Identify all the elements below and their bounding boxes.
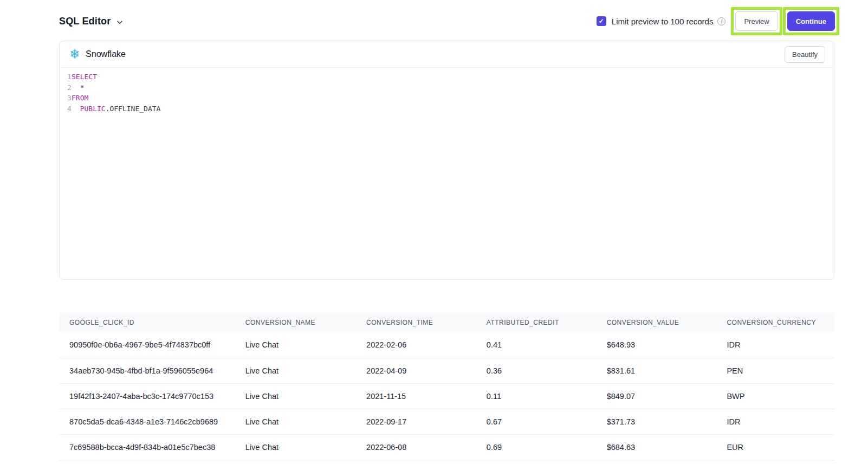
cell-conversion-name: Live Chat	[235, 383, 356, 409]
cell-conversion-value: $371.73	[597, 409, 717, 434]
header-actions: ✓ Limit preview to 100 records i Preview…	[597, 7, 839, 35]
cell-conversion-time: 2022-06-08	[356, 434, 476, 460]
editor-card-header: ❄ Snowflake Beautify	[60, 41, 834, 68]
cell-conversion-time: 2022-09-17	[356, 409, 476, 434]
column-header: ATTRIBUTED_CREDIT	[476, 313, 597, 332]
top-header: SQL Editor ✓ Limit preview to 100 record…	[59, 0, 839, 42]
cell-google-click-id: 34aeb730-945b-4fbd-bf1a-9f596055e964	[59, 358, 235, 383]
column-header: CONVERSION_NAME	[235, 313, 356, 332]
table-header-row: GOOGLE_CLICK_ID CONVERSION_NAME CONVERSI…	[59, 313, 834, 332]
cell-conversion-name: Live Chat	[235, 358, 356, 383]
cell-conversion-time: 2021-11-15	[356, 383, 476, 409]
beautify-button[interactable]: Beautify	[785, 46, 825, 63]
cell-google-click-id: 19f42f13-2407-4aba-bc3c-174c9770c153	[59, 383, 235, 409]
line-number: 4	[60, 104, 72, 114]
cell-conversion-time: 2022-02-06	[356, 332, 476, 358]
connector-name: Snowflake	[86, 49, 126, 59]
table-row: 19f42f13-2407-4aba-bc3c-174c9770c153 Liv…	[59, 383, 834, 409]
continue-button[interactable]: Continue	[787, 11, 835, 31]
sql-token: .OFFLINE_DATA	[106, 104, 161, 114]
sql-editor-dropdown[interactable]: SQL Editor	[59, 16, 124, 27]
page: SQL Editor ✓ Limit preview to 100 record…	[0, 0, 868, 470]
snowflake-icon: ❄	[69, 48, 80, 61]
cell-conversion-name: Live Chat	[235, 332, 356, 358]
chevron-down-icon[interactable]	[116, 18, 124, 26]
check-icon: ✓	[599, 17, 604, 25]
cell-attributed-credit: 0.41	[476, 332, 597, 358]
sql-code-editor[interactable]: 1 SELECT 2 * 3 FROM 4 PUBLIC.OFFLINE_DAT…	[60, 68, 834, 114]
results-preview-table: GOOGLE_CLICK_ID CONVERSION_NAME CONVERSI…	[59, 313, 834, 460]
line-number: 3	[60, 93, 72, 104]
column-header: CONVERSION_CURRENCY	[716, 313, 834, 332]
cell-conversion-value: $648.93	[597, 332, 717, 358]
code-line: 1 SELECT	[60, 72, 834, 82]
annotation-box-continue: Continue	[783, 7, 839, 35]
line-number: 2	[60, 82, 72, 93]
code-line: 3 FROM	[60, 93, 834, 104]
cell-google-click-id: 870c5da5-dca6-4348-a1e3-7146c2cb9689	[59, 409, 235, 434]
cell-conversion-time: 2022-04-09	[356, 358, 476, 383]
sql-token: *	[72, 82, 84, 93]
cell-attributed-credit: 0.69	[476, 434, 597, 460]
limit-preview-label[interactable]: Limit preview to 100 records	[612, 17, 714, 26]
cell-conversion-currency: IDR	[716, 409, 834, 434]
column-header: CONVERSION_TIME	[356, 313, 476, 332]
cell-conversion-currency: BWP	[716, 383, 834, 409]
cell-conversion-currency: EUR	[716, 434, 834, 460]
table-row: 7c69588b-bcca-4d9f-834b-a01e5c7bec38 Liv…	[59, 434, 834, 460]
table-row: 34aeb730-945b-4fbd-bf1a-9f596055e964 Liv…	[59, 358, 834, 383]
sql-keyword: FROM	[72, 93, 88, 104]
cell-attributed-credit: 0.67	[476, 409, 597, 434]
cell-conversion-value: $849.07	[597, 383, 717, 409]
cell-google-click-id: 90950f0e-0b6a-4967-9be5-4f74837bc0ff	[59, 332, 235, 358]
page-title: SQL Editor	[59, 16, 111, 27]
cell-conversion-value: $831.61	[597, 358, 717, 383]
cell-attributed-credit: 0.36	[476, 358, 597, 383]
cell-conversion-currency: IDR	[716, 332, 834, 358]
preview-button[interactable]: Preview	[735, 11, 778, 31]
cell-google-click-id: 7c69588b-bcca-4d9f-834b-a01e5c7bec38	[59, 434, 235, 460]
cell-conversion-currency: PEN	[716, 358, 834, 383]
line-number: 1	[60, 72, 72, 82]
sql-keyword: SELECT	[72, 72, 97, 82]
cell-conversion-value: $684.63	[597, 434, 717, 460]
table-row: 90950f0e-0b6a-4967-9be5-4f74837bc0ff Liv…	[59, 332, 834, 358]
cell-conversion-name: Live Chat	[235, 409, 356, 434]
code-line: 4 PUBLIC.OFFLINE_DATA	[60, 104, 834, 114]
cell-attributed-credit: 0.11	[476, 383, 597, 409]
annotation-box-preview: Preview	[731, 7, 782, 35]
sql-keyword: PUBLIC	[72, 104, 106, 114]
table-row: 870c5da5-dca6-4348-a1e3-7146c2cb9689 Liv…	[59, 409, 834, 434]
cell-conversion-name: Live Chat	[235, 434, 356, 460]
connector-group: ❄ Snowflake	[69, 48, 126, 61]
sql-editor-card: ❄ Snowflake Beautify 1 SELECT 2 * 3 FROM…	[59, 41, 834, 280]
info-icon[interactable]: i	[717, 17, 726, 25]
code-line: 2 *	[60, 82, 834, 93]
column-header: GOOGLE_CLICK_ID	[59, 313, 235, 332]
column-header: CONVERSION_VALUE	[597, 313, 717, 332]
limit-preview-checkbox[interactable]: ✓	[597, 16, 606, 26]
